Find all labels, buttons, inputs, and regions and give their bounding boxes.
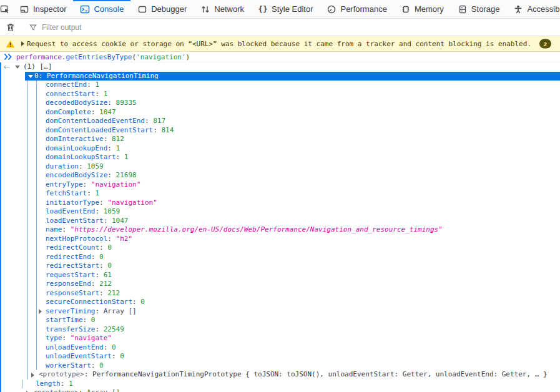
- property-value: "navigation": [91, 180, 140, 189]
- property-name: domainLookupEnd: [46, 144, 107, 152]
- property-value: 0: [140, 298, 145, 306]
- element-picker-icon: [0, 4, 10, 14]
- property-name: loadEventEnd: [46, 207, 95, 215]
- expand-arrow-icon[interactable]: [31, 373, 34, 378]
- property-row: encodedBodySize: 21698: [0, 171, 560, 180]
- property-row: entryType: "navigation": [0, 180, 560, 190]
- property-name: transferSize: [46, 325, 95, 333]
- prototype-preview: Array []: [87, 388, 120, 392]
- tree-guide-line: [36, 235, 37, 244]
- tab-console[interactable]: Console: [73, 0, 130, 18]
- tree-guide-line: [27, 189, 28, 198]
- console-icon: [80, 4, 90, 14]
- property-row: redirectEnd: 0: [0, 253, 560, 262]
- property-value: "h2": [116, 235, 133, 243]
- tree-guide-line: [36, 126, 37, 135]
- property-name: domContentLoadedEventEnd: [46, 117, 145, 125]
- tree-guide-line: [27, 334, 28, 343]
- tree-guide-line: [36, 99, 37, 108]
- property-row: domInteractive: 812: [0, 135, 560, 144]
- property-row: startTime: 0: [0, 316, 560, 325]
- command-prompt-icon: [0, 53, 16, 61]
- property-name: loadEventStart: [46, 217, 104, 225]
- property-row: duration: 1059: [0, 162, 560, 172]
- expand-arrow-icon[interactable]: [28, 75, 33, 78]
- tab-accessibility[interactable]: Accessibility: [506, 0, 560, 18]
- expand-arrow-icon[interactable]: [21, 41, 24, 46]
- array-length-count: (1): [23, 62, 36, 71]
- expand-arrow-icon[interactable]: [39, 309, 42, 314]
- property-name: domComplete: [46, 108, 91, 116]
- property-name: initiatorType: [46, 198, 99, 207]
- tree-guide-line: [36, 144, 37, 154]
- tree-guide-line: [27, 352, 28, 361]
- property-row: connectStart: 1: [0, 90, 560, 99]
- tree-guide-line: [36, 198, 37, 208]
- expand-arrow-icon[interactable]: [15, 66, 20, 69]
- property-name: domContentLoadedEventStart: [46, 126, 153, 134]
- property-value: 817: [153, 117, 165, 125]
- property-value: "https://developer.mozilla.org/en-US/doc…: [71, 225, 443, 233]
- clear-console-button[interactable]: [0, 22, 21, 32]
- tree-guide-line: [36, 189, 37, 198]
- console-warning-message[interactable]: Request to access cookie or storage on “…: [0, 36, 560, 52]
- property-row: loadEventEnd: 1059: [0, 207, 560, 217]
- property-name: secureConnectionStart: [46, 298, 132, 306]
- tab-inspector[interactable]: Inspector: [12, 0, 73, 18]
- filter-output-input[interactable]: [42, 23, 560, 32]
- tree-guide-line: [27, 253, 28, 262]
- property-value: 0: [99, 253, 104, 261]
- property-name: nextHopProtocol: [46, 235, 107, 243]
- property-name: requestStart: [46, 271, 95, 279]
- property-value: 812: [112, 135, 124, 143]
- prototype-preview: PerformanceNavigationTimingPrototype { t…: [92, 370, 547, 378]
- property-value: 61: [104, 271, 112, 279]
- tree-guide-line: [36, 316, 37, 325]
- property-value: 212: [107, 289, 120, 297]
- property-name: unloadEventEnd: [46, 343, 104, 351]
- property-row: nextHopProtocol: "h2": [0, 235, 560, 244]
- devtools-toolbar: Inspector Console Debugger Network {} St…: [0, 0, 560, 19]
- tree-guide-line: [36, 280, 37, 289]
- tree-guide-line: [36, 153, 37, 162]
- property-name: unloadEventStart: [46, 352, 112, 360]
- array-prototype-row: <prototype>: Array []: [0, 388, 560, 392]
- property-value: 1: [95, 81, 99, 89]
- tab-network[interactable]: Network: [194, 0, 251, 18]
- tree-guide-line: [27, 108, 28, 117]
- property-value: 1: [95, 189, 99, 197]
- property-name: serverTiming: [46, 307, 95, 315]
- property-name: connectEnd: [46, 81, 87, 89]
- property-name: fetchStart: [46, 189, 87, 197]
- property-row: responseStart: 212: [0, 289, 560, 298]
- property-row: domContentLoadedEventEnd: 817: [0, 117, 560, 126]
- tree-guide-line: [27, 316, 28, 325]
- property-name: decodedBodySize: [46, 99, 107, 107]
- tab-memory[interactable]: Memory: [394, 0, 451, 18]
- tab-performance[interactable]: Performance: [320, 0, 393, 18]
- tree-guide-line: [27, 180, 28, 190]
- tree-guide-line: [36, 307, 37, 316]
- tree-guide-line: [36, 162, 37, 172]
- tree-guide-line: [27, 280, 28, 289]
- tab-storage[interactable]: Storage: [451, 0, 507, 18]
- tab-debugger[interactable]: Debugger: [130, 0, 194, 18]
- tree-guide-line: [27, 235, 28, 244]
- property-row: decodedBodySize: 89335: [0, 99, 560, 108]
- property-row: domComplete: 1047: [0, 108, 560, 117]
- tree-guide-line: [36, 135, 37, 144]
- property-name: domainLookupStart: [46, 153, 116, 161]
- property-value: 1059: [104, 207, 120, 215]
- tree-guide-line: [27, 225, 28, 235]
- tree-guide-line: [27, 99, 28, 108]
- pick-element-button[interactable]: [0, 0, 10, 18]
- tab-style-editor[interactable]: {} Style Editor: [251, 0, 320, 18]
- property-value: Array []: [104, 307, 137, 315]
- tree-guide-line: [27, 162, 28, 172]
- tree-guide-line: [27, 298, 28, 307]
- property-name: duration: [46, 162, 79, 170]
- tree-guide-line: [27, 171, 28, 180]
- tree-guide-line: [36, 262, 37, 271]
- property-value: 0: [91, 316, 96, 324]
- property-value: 0: [120, 352, 124, 360]
